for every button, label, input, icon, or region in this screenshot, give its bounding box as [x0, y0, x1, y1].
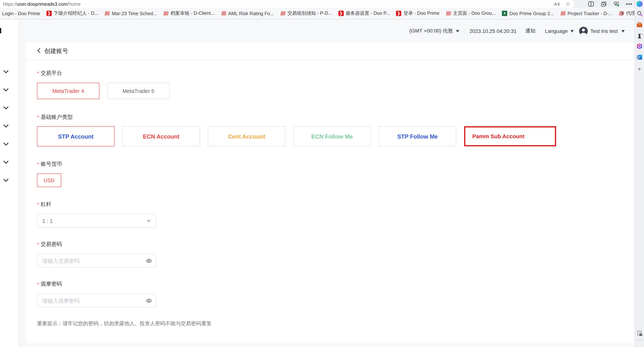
select-caret-down-icon	[147, 220, 151, 222]
favorite-star-icon[interactable]: ☆	[565, 1, 571, 7]
chevron-down-icon[interactable]	[3, 158, 9, 162]
required-mark: *	[37, 114, 39, 120]
watch-password-wrap	[37, 294, 156, 308]
bookmark-item[interactable]: 档案审核 - D-Client...	[163, 10, 214, 17]
trade-password-wrap	[37, 254, 156, 268]
microsoft-365-icon[interactable]	[636, 43, 642, 49]
bookmark-item[interactable]: 交易组别须知 - P-D...	[280, 10, 332, 17]
bookmark-item[interactable]: ❯服务器设置 - Doo P...	[338, 10, 390, 17]
timezone-selector[interactable]: (GMT +00:00) 伦敦	[409, 28, 453, 35]
bookmarks-overflow-chevron-icon[interactable]	[620, 10, 624, 18]
required-mark: *	[37, 201, 39, 207]
web-capture-icon[interactable]	[636, 330, 642, 336]
account-type-ecn-button[interactable]: ECN Account	[122, 126, 200, 146]
notifications-link[interactable]: 通知	[525, 28, 536, 35]
show-password-eye-icon[interactable]	[146, 298, 152, 304]
tools-toolbox-icon[interactable]	[636, 22, 642, 28]
platform-mt5-button[interactable]: MetaTrader 5	[107, 83, 170, 99]
url-text[interactable]: https://user.dooprimeads3.com/home	[0, 2, 80, 7]
watch-password-input[interactable]	[37, 294, 156, 308]
label-text: 观摩密码	[41, 280, 62, 288]
url-scheme: https://	[3, 2, 17, 7]
bookmark-item[interactable]: ❯登录 - Doo Prime	[396, 10, 440, 17]
platform-mt4-button[interactable]: MetaTrader 4	[37, 83, 99, 99]
doo-prime-favicon-icon: ❯	[46, 11, 52, 16]
browser-essentials-icon[interactable]	[614, 1, 620, 7]
account-type-options: STP Account ECN Account Cent Account ECN…	[37, 126, 624, 146]
watch-password-label: * 观摩密码	[37, 280, 624, 288]
read-aloud-icon[interactable]: A	[554, 1, 560, 7]
bookmark-item[interactable]: Project Tracker - D-...	[560, 11, 612, 16]
collections-icon[interactable]	[601, 1, 607, 7]
card-title-row: 创建账号	[26, 42, 634, 61]
chevron-down-icon[interactable]	[3, 140, 9, 144]
settings-more-icon[interactable]: •••	[626, 1, 632, 7]
excel-favicon-icon: X	[502, 11, 507, 16]
bookmark-label: 代理分级、晋升、...	[626, 10, 634, 17]
chevron-down-icon[interactable]	[3, 104, 9, 108]
bookmark-item[interactable]: AML Risk Rating Fo...	[221, 11, 274, 16]
back-icon[interactable]	[37, 48, 41, 55]
split-screen-icon[interactable]	[588, 1, 594, 7]
red-stripes-favicon-icon	[163, 11, 168, 16]
label-text: 基础账户类型	[41, 113, 72, 121]
search-icon[interactable]	[636, 10, 642, 17]
account-type-cent-button[interactable]: Cent Account	[208, 126, 285, 146]
chevron-down-icon[interactable]	[3, 176, 9, 180]
account-type-ecn-follow-button[interactable]: ECN Follow Me	[293, 126, 371, 146]
account-type-pamm-sub-button[interactable]: Pamm Sub Account	[464, 126, 556, 146]
bookmark-label: Project Tracker - D-...	[568, 11, 612, 16]
show-password-eye-icon[interactable]	[146, 258, 152, 264]
bookmark-item[interactable]: Mar-23 Time Sched...	[104, 11, 157, 16]
bookmarks-bar: Login - Doo Prime ❯下级介绍经纪人 - D... Mar-23…	[0, 8, 634, 19]
bookmark-label: 交易组别须知 - P-D...	[288, 10, 332, 17]
strip-divider	[636, 339, 643, 340]
outlook-icon[interactable]	[636, 54, 642, 60]
bookmark-item[interactable]: ❯下级介绍经纪人 - D...	[46, 10, 98, 17]
leverage-select[interactable]: 1 : 1	[37, 214, 156, 228]
label-text: 杠杆	[41, 201, 51, 208]
caret-down-icon[interactable]	[571, 30, 574, 32]
url-path: /home	[68, 2, 80, 7]
language-selector[interactable]: Language	[545, 28, 568, 34]
required-mark: *	[37, 70, 39, 76]
chevron-down-icon[interactable]	[3, 122, 9, 126]
main-area: (GMT +00:00) 伦敦 2023.10.25 04:20:31 通知 L…	[19, 20, 634, 347]
copilot-icon[interactable]	[636, 1, 642, 7]
caret-down-icon[interactable]	[456, 30, 459, 32]
label-text: 交易平台	[41, 70, 62, 77]
doo-prime-favicon-icon: ❯	[338, 11, 344, 16]
web-page: (GMT +00:00) 伦敦 2023.10.25 04:20:31 通知 L…	[0, 20, 634, 347]
bookmark-item[interactable]: Login - Doo Prime	[2, 11, 40, 16]
bookmark-label: 服务器设置 - Doo P...	[346, 10, 390, 17]
leverage-value: 1 : 1	[42, 218, 53, 224]
games-pawn-icon[interactable]	[636, 33, 642, 39]
platform-label: * 交易平台	[37, 70, 624, 77]
avatar[interactable]	[579, 27, 588, 36]
account-type-stp-follow-button[interactable]: STP Follow Me	[378, 126, 456, 146]
logo-fragment	[0, 28, 1, 33]
caret-down-icon[interactable]	[622, 30, 625, 32]
user-name[interactable]: Test Iris test	[590, 28, 618, 34]
currency-usd-button[interactable]: USD	[37, 174, 61, 187]
account-type-stp-button[interactable]: STP Account	[37, 126, 114, 146]
datetime-label: 2023.10.25 04:20:31	[470, 28, 516, 34]
edge-sidebar-strip: +	[634, 0, 644, 347]
leverage-label: * 杠杆	[37, 201, 624, 208]
red-stripes-favicon-icon	[104, 11, 110, 16]
address-bar[interactable]: https://user.dooprimeads3.com/home A ☆	[0, 0, 574, 8]
add-sidebar-item-plus-icon[interactable]: +	[636, 66, 642, 72]
svg-text:A: A	[554, 2, 557, 7]
chevron-down-icon[interactable]	[3, 68, 9, 72]
trade-password-input[interactable]	[37, 254, 156, 268]
red-stripes-favicon-icon	[280, 11, 286, 16]
browser-toolbar: https://user.dooprimeads3.com/home A ☆ •…	[0, 0, 634, 8]
page-header: (GMT +00:00) 伦敦 2023.10.25 04:20:31 通知 L…	[19, 20, 634, 42]
create-account-form: * 交易平台 MetaTrader 4 MetaTrader 5 * 基础账户类…	[26, 61, 634, 327]
bookmark-item[interactable]: XDoo Prime Group 2...	[502, 11, 554, 16]
chevron-down-icon[interactable]	[3, 86, 9, 90]
bookmark-label: 下级介绍经纪人 - D...	[54, 10, 98, 17]
bookmark-item[interactable]: 主页面 - Doo Grou...	[446, 10, 496, 17]
password-hint-text: 重要提示：请牢记您的密码，切勿泄露他人。投资人密码不能与交易密码重复	[37, 320, 624, 327]
bookmark-label: Mar-23 Time Sched...	[112, 11, 157, 16]
